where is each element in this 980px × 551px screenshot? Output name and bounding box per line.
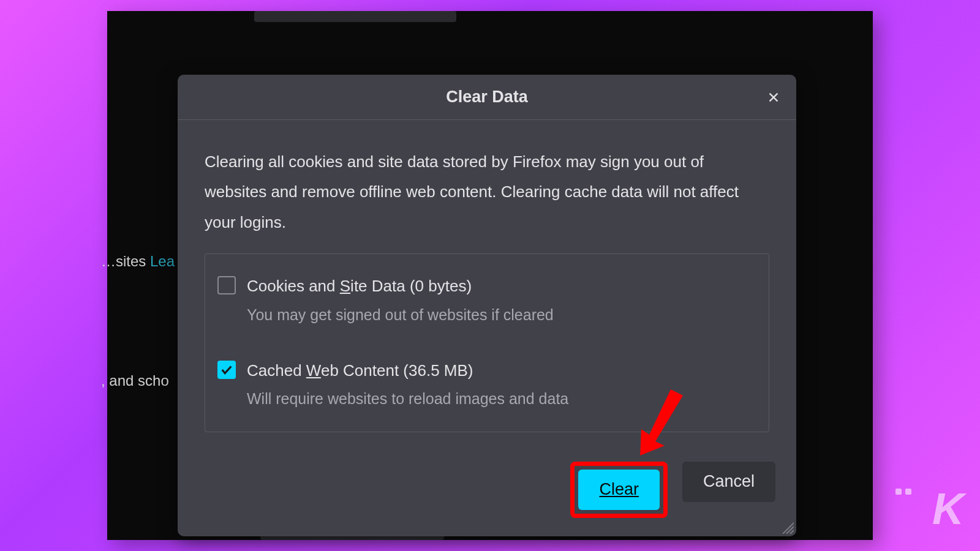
watermark-dots xyxy=(895,489,911,495)
options-group: Cookies and Site Data (0 bytes) You may … xyxy=(205,253,769,432)
checkmark-icon xyxy=(220,363,233,377)
dialog-title: Clear Data xyxy=(446,88,528,107)
cancel-button[interactable]: Cancel xyxy=(682,462,775,502)
option-sub-cache: Will require websites to reload images a… xyxy=(247,388,756,411)
close-button[interactable] xyxy=(762,86,785,109)
clear-data-dialog: Clear Data Clearing all cookies and site… xyxy=(178,75,796,536)
checkbox-cookies[interactable] xyxy=(217,276,236,294)
dialog-body: Clearing all cookies and site data store… xyxy=(178,120,796,451)
option-cached-web-content[interactable]: Cached Web Content (36.5 MB) Will requir… xyxy=(217,357,756,413)
dialog-description: Clearing all cookies and site data store… xyxy=(205,147,769,238)
option-label-cookies: Cookies and Site Data (0 bytes) xyxy=(247,275,756,297)
learn-more-link[interactable]: Lea xyxy=(150,253,175,269)
dialog-header: Clear Data xyxy=(178,75,796,120)
annotation-highlight: Clear xyxy=(570,462,668,518)
clear-button[interactable]: Clear xyxy=(578,470,660,510)
option-sub-cookies: You may get signed out of websites if cl… xyxy=(247,304,756,327)
dialog-footer: Clear Cancel xyxy=(178,451,796,536)
option-label-cache: Cached Web Content (36.5 MB) xyxy=(247,359,756,381)
backdrop-text-sites: …sites Lea xyxy=(101,253,175,270)
option-cookies-site-data[interactable]: Cookies and Site Data (0 bytes) You may … xyxy=(217,272,756,329)
backdrop-text-scheme: , and scho xyxy=(101,372,169,389)
watermark: K xyxy=(932,484,963,534)
checkbox-cache[interactable] xyxy=(217,361,236,379)
close-icon xyxy=(767,91,780,104)
backdrop-pill-top xyxy=(254,11,456,22)
